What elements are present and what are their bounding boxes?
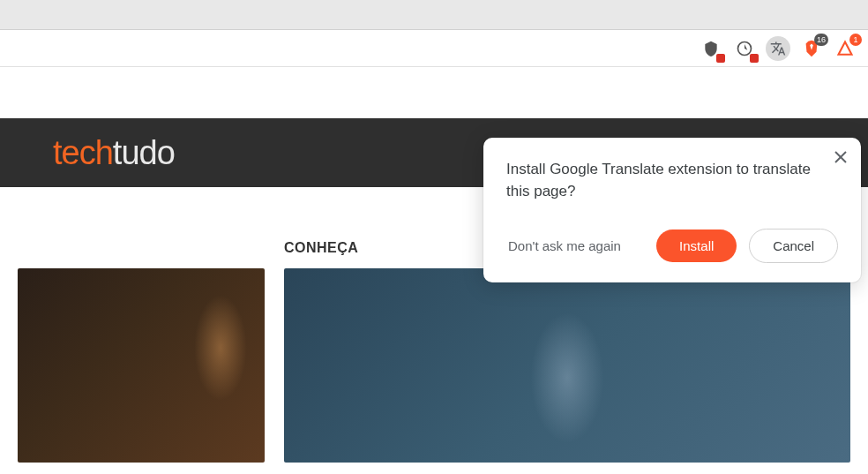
circle-extension-icon[interactable] [732, 36, 757, 61]
red-badge-icon [750, 54, 759, 63]
page-content: TA techtudo CONHEÇA Install Google Trans… [0, 67, 868, 474]
browser-tab-strip [0, 0, 868, 30]
section-heading: CONHEÇA [284, 240, 358, 256]
translate-extension-icon[interactable] [766, 36, 790, 61]
hero-card-right[interactable] [284, 268, 850, 463]
logo-part2: tudo [113, 134, 175, 171]
brave-triangle-icon[interactable]: 1 [833, 36, 857, 61]
popup-actions: Don't ask me again Install Cancel [506, 229, 838, 263]
cancel-button[interactable]: Cancel [749, 229, 838, 263]
translate-icon [770, 41, 786, 56]
extensions-toolbar: 16 1 [0, 30, 868, 67]
popup-message: Install Google Translate extension to tr… [506, 159, 838, 202]
spacer [0, 67, 868, 118]
brave-lion-extension-icon[interactable]: 16 [799, 36, 824, 61]
translate-install-popup: Install Google Translate extension to tr… [483, 138, 861, 282]
logo-part1: tech [53, 134, 113, 171]
red-badge-icon [716, 54, 725, 63]
dont-ask-link[interactable]: Don't ask me again [506, 238, 621, 253]
close-icon [834, 151, 847, 163]
hero-card-left[interactable] [18, 268, 265, 463]
shield-extension-icon[interactable] [699, 36, 723, 61]
close-button[interactable] [834, 150, 847, 166]
site-logo[interactable]: techtudo [53, 134, 175, 172]
hero-cards [0, 268, 868, 463]
count-badge: 1 [849, 34, 862, 46]
install-button[interactable]: Install [656, 229, 737, 262]
count-badge: 16 [814, 34, 828, 46]
